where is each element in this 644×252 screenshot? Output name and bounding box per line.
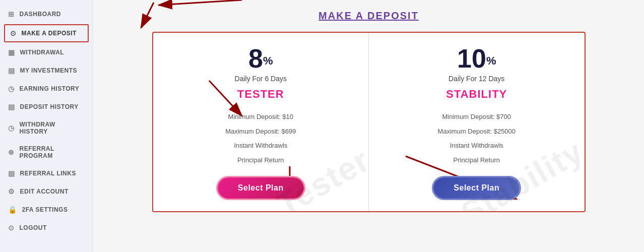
deposit-history-icon: ▤ bbox=[8, 103, 15, 111]
plan-card-stability: 10% Daily For 12 Days STABILITY Minimum … bbox=[368, 33, 585, 211]
earning-history-icon: ◷ bbox=[8, 85, 15, 93]
select-plan-stability-button[interactable]: Select Plan bbox=[433, 177, 520, 199]
plan-freq-stability: Daily For 12 Days bbox=[384, 75, 569, 83]
plan-name-tester: TESTER bbox=[168, 88, 354, 101]
sidebar-item-my-investments[interactable]: ▤ MY INVESTMENTS bbox=[0, 61, 93, 80]
plan-name-stability: STABILITY bbox=[384, 88, 569, 101]
deposit-icon: ⊙ bbox=[10, 29, 17, 37]
tester-instant-withdrawls: Instant Withdrawls bbox=[168, 139, 354, 153]
sidebar-item-earning-history[interactable]: ◷ EARNING HISTORY bbox=[0, 80, 93, 98]
edit-account-icon: ⚙ bbox=[8, 187, 15, 196]
plan-percent-stability: 10% bbox=[384, 45, 569, 72]
main-content: MAKE A DEPOSIT 8% Daily For 6 Days TESTE… bbox=[93, 0, 644, 252]
sidebar-item-2fa-settings[interactable]: 🔒 2FA SETTINGS bbox=[0, 201, 93, 219]
plan-freq-tester: Daily For 6 Days bbox=[168, 75, 354, 83]
referral-links-icon: ▤ bbox=[8, 169, 15, 177]
sidebar-item-withdrawal[interactable]: ▦ WITHDRAWAL bbox=[0, 43, 93, 61]
referral-program-icon: ⊛ bbox=[8, 148, 15, 156]
sidebar-item-edit-account[interactable]: ⚙ EDIT ACCOUNT bbox=[0, 182, 93, 201]
dashboard-icon: ⊞ bbox=[8, 10, 15, 18]
tester-min-deposit: Minimum Deposit: $10 bbox=[168, 110, 354, 124]
stability-instant-withdrawls: Instant Withdrawls bbox=[384, 139, 569, 153]
withdraw-history-icon: ◷ bbox=[8, 124, 15, 132]
page-title: MAKE A DEPOSIT bbox=[108, 10, 629, 22]
tester-max-deposit: Maximum Deposit: $699 bbox=[168, 124, 354, 139]
select-plan-tester-button[interactable]: Select Plan bbox=[218, 177, 304, 199]
tester-principal-return: Principal Return bbox=[168, 153, 354, 168]
plans-container: 8% Daily For 6 Days TESTER Minimum Depos… bbox=[152, 32, 586, 212]
logout-icon: ⊙ bbox=[8, 224, 15, 232]
sidebar-item-make-a-deposit[interactable]: ⊙ MAKE A DEPOSIT bbox=[4, 24, 89, 42]
investments-icon: ▤ bbox=[8, 67, 15, 75]
sidebar-item-dashboard[interactable]: ⊞ DASHBOARD bbox=[0, 5, 93, 23]
sidebar-item-logout[interactable]: ⊙ LOGOUT bbox=[0, 219, 93, 237]
sidebar: ⊞ DASHBOARD ⊙ MAKE A DEPOSIT ▦ WITHDRAWA… bbox=[0, 0, 93, 252]
stability-min-deposit: Minimum Deposit: $700 bbox=[384, 110, 569, 124]
plan-percent-tester: 8% bbox=[168, 45, 354, 72]
sidebar-item-deposit-history[interactable]: ▤ DEPOSIT HISTORY bbox=[0, 98, 93, 116]
plan-card-tester: 8% Daily For 6 Days TESTER Minimum Depos… bbox=[153, 33, 369, 211]
stability-max-deposit: Maximum Deposit: $25000 bbox=[384, 124, 569, 139]
stability-principal-return: Principal Return bbox=[384, 153, 569, 168]
plan-details-stability: Minimum Deposit: $700 Maximum Deposit: $… bbox=[384, 110, 569, 167]
2fa-icon: 🔒 bbox=[8, 206, 17, 214]
withdrawal-icon: ▦ bbox=[8, 48, 15, 56]
plan-details-tester: Minimum Deposit: $10 Maximum Deposit: $6… bbox=[168, 110, 354, 167]
sidebar-item-referral-program[interactable]: ⊛ REFERRAL PROGRAM bbox=[0, 140, 93, 164]
sidebar-item-referral-links[interactable]: ▤ REFERRAL LINKS bbox=[0, 164, 93, 182]
sidebar-item-withdraw-history[interactable]: ◷ WITHDRAW HISTORY bbox=[0, 116, 93, 140]
